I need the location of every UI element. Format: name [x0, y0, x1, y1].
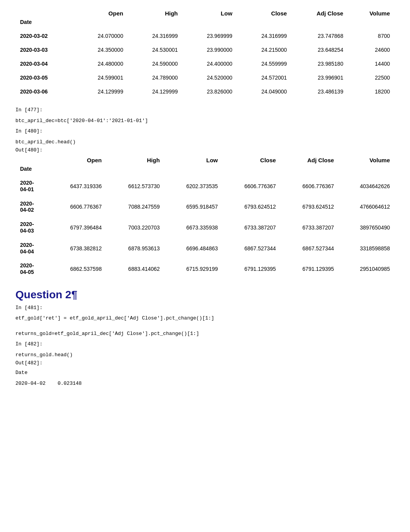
open-cell: 6437.319336	[48, 176, 106, 197]
close-cell: 24.049000	[237, 85, 291, 99]
high-cell: 24.316999	[128, 29, 182, 43]
in481-code: etf_gold['ret'] = etf_gold_april_dec['Ad…	[15, 314, 395, 322]
out482-row: 2020-04-02 0.023148	[15, 380, 395, 388]
table-row: 2020-04-03 6797.396484 7003.220703 6673.…	[15, 217, 395, 238]
volume-cell: 4766064612	[339, 197, 395, 218]
open-cell: 24.480000	[73, 57, 128, 71]
table-row: 2020-04-01 6437.319336 6612.573730 6202.…	[15, 176, 395, 197]
open-cell: 24.129999	[73, 85, 128, 99]
table2-section: Open High Low Close Adj Close Volume Dat…	[15, 155, 395, 279]
table1-header-row: Open High Low Close Adj Close Volume	[15, 8, 395, 18]
adjclose-cell: 23.996901	[291, 71, 348, 85]
volume-cell: 4034642626	[339, 176, 395, 197]
open-cell: 6862.537598	[48, 258, 106, 279]
date-cell: 2020-04-01	[15, 176, 48, 197]
high-cell: 24.530001	[128, 43, 182, 57]
adjclose-cell: 6867.527344	[281, 238, 339, 259]
table1-col-date	[15, 8, 73, 18]
table1-col-volume: Volume	[348, 8, 395, 18]
low-cell: 6715.929199	[164, 258, 222, 279]
table1-col-low: Low	[183, 8, 237, 18]
in482-code: returns_gold.head()	[15, 351, 395, 359]
table1-col-adjclose: Adj Close	[291, 8, 348, 18]
table1-date-label: Date	[15, 18, 73, 29]
date-cell: 2020-04-02	[15, 197, 48, 218]
adjclose-cell: 6733.387207	[281, 217, 339, 238]
table2-date-label: Date	[15, 165, 48, 176]
out482-label: Out[482]:	[15, 360, 395, 366]
table2-header-row: Open High Low Close Adj Close Volume	[15, 155, 395, 165]
close-cell: 6791.129395	[222, 258, 280, 279]
open-cell: 6797.396484	[48, 217, 106, 238]
open-cell: 24.350000	[73, 43, 128, 57]
close-cell: 6733.387207	[222, 217, 280, 238]
out482-date-label: Date	[15, 369, 395, 377]
adjclose-cell: 23.985180	[291, 57, 348, 71]
adjclose-cell: 6791.129395	[281, 258, 339, 279]
low-cell: 23.969999	[183, 29, 237, 43]
close-cell: 24.215000	[237, 43, 291, 57]
table2-date-subrow: Date	[15, 165, 395, 176]
date-cell: 2020-04-03	[15, 217, 48, 238]
volume-cell: 8700	[348, 29, 395, 43]
table1-col-open: Open	[73, 8, 128, 18]
open-cell: 24.070000	[73, 29, 128, 43]
low-cell: 6673.335938	[164, 217, 222, 238]
table-row: 2020-03-02 24.070000 24.316999 23.969999…	[15, 29, 395, 43]
table2-col-adjclose: Adj Close	[281, 155, 339, 165]
low-cell: 23.990000	[183, 43, 237, 57]
question2-heading: Question 2¶	[15, 289, 395, 301]
table2-col-close: Close	[222, 155, 280, 165]
adjclose-cell: 23.648254	[291, 43, 348, 57]
close-cell: 24.559999	[237, 57, 291, 71]
table2-col-low: Low	[164, 155, 222, 165]
volume-cell: 2951040985	[339, 258, 395, 279]
volume-cell: 14400	[348, 57, 395, 71]
table1-section: Open High Low Close Adj Close Volume Dat…	[15, 8, 395, 99]
table2-col-volume: Volume	[339, 155, 395, 165]
in477-code: btc_april_dec=btc['2020-04-01':'2021-01-…	[15, 117, 395, 125]
in480-code: btc_april_dec.head()	[15, 138, 395, 146]
table2-col-date	[15, 155, 48, 165]
adjclose-cell: 6793.624512	[281, 197, 339, 218]
open-cell: 6606.776367	[48, 197, 106, 218]
high-cell: 7088.247559	[106, 197, 164, 218]
volume-cell: 3318598858	[339, 238, 395, 259]
table-row: 2020-04-02 6606.776367 7088.247559 6595.…	[15, 197, 395, 218]
volume-cell: 24600	[348, 43, 395, 57]
volume-cell: 3897650490	[339, 217, 395, 238]
close-cell: 6867.527344	[222, 238, 280, 259]
high-cell: 24.129999	[128, 85, 182, 99]
high-cell: 7003.220703	[106, 217, 164, 238]
date-cell: 2020-03-06	[15, 85, 73, 99]
close-cell: 6606.776367	[222, 176, 280, 197]
date-cell: 2020-03-02	[15, 29, 73, 43]
date-cell: 2020-03-04	[15, 57, 73, 71]
low-cell: 6202.373535	[164, 176, 222, 197]
date-cell: 2020-03-03	[15, 43, 73, 57]
open-cell: 6738.382812	[48, 238, 106, 259]
table-row: 2020-03-06 24.129999 24.129999 23.826000…	[15, 85, 395, 99]
in482-label: In [482]:	[15, 340, 395, 348]
close-cell: 24.572001	[237, 71, 291, 85]
volume-cell: 22500	[348, 71, 395, 85]
adjclose-cell: 6606.776367	[281, 176, 339, 197]
low-cell: 24.400000	[183, 57, 237, 71]
table-row: 2020-03-04 24.480000 24.590000 24.400000…	[15, 57, 395, 71]
close-cell: 6793.624512	[222, 197, 280, 218]
table1-col-high: High	[128, 8, 182, 18]
in480-label: In [480]:	[15, 127, 395, 135]
table1: Open High Low Close Adj Close Volume Dat…	[15, 8, 395, 99]
table-row: 2020-04-05 6862.537598 6883.414062 6715.…	[15, 258, 395, 279]
table1-date-subrow: Date	[15, 18, 395, 29]
in477-label: In [477]:	[15, 106, 395, 114]
close-cell: 24.316999	[237, 29, 291, 43]
table-row: 2020-03-03 24.350000 24.530001 23.990000…	[15, 43, 395, 57]
low-cell: 6696.484863	[164, 238, 222, 259]
table2-col-open: Open	[48, 155, 106, 165]
high-cell: 24.590000	[128, 57, 182, 71]
high-cell: 24.789000	[128, 71, 182, 85]
out480-label: Out[480]:	[15, 147, 395, 153]
table-row: 2020-03-05 24.599001 24.789000 24.520000…	[15, 71, 395, 85]
table2-col-high: High	[106, 155, 164, 165]
